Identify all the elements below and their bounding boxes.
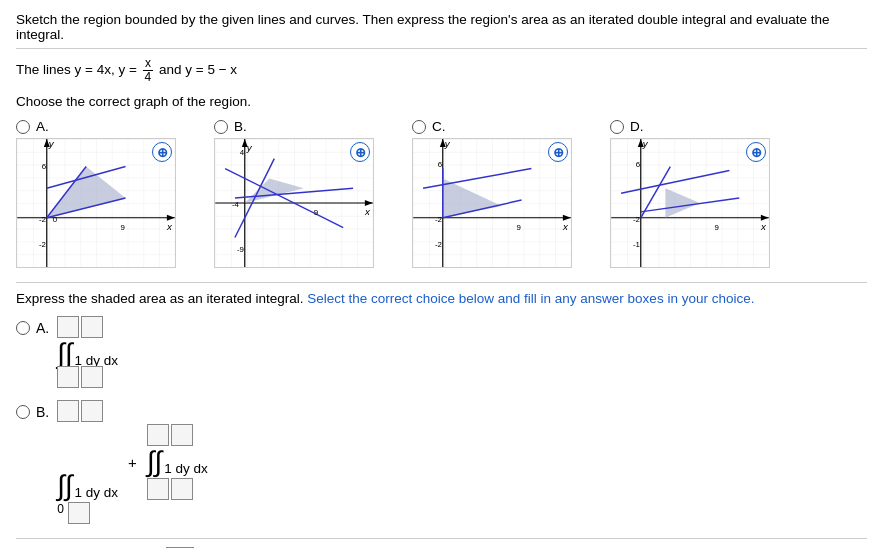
fraction-x4: x 4 [143, 57, 154, 84]
integral-b1-expr: ∫ ∫ 1 dy dx [57, 472, 118, 500]
integral-a-lower-1[interactable] [57, 366, 79, 388]
graph-d-text: D. [630, 119, 644, 134]
graph-a-box: ⊕ y x -2 0 [16, 138, 176, 268]
integral-option-b-row: B. ∫ ∫ 1 dy dx + [16, 400, 867, 524]
plus-sign: + [128, 454, 137, 471]
svg-text:4: 4 [240, 148, 245, 157]
svg-text:9: 9 [715, 223, 719, 232]
graph-d-label[interactable]: D. [610, 119, 644, 134]
radio-integral-a[interactable] [16, 321, 30, 335]
integral-a-expr: ∫ ∫ 1 dy dx [57, 340, 118, 368]
integral-a-label[interactable]: A. [16, 320, 49, 336]
svg-text:-9: -9 [237, 246, 244, 255]
radio-d[interactable] [610, 120, 624, 134]
integral-b1-integrand: 1 dy dx [75, 485, 119, 500]
choose-graph-label: Choose the correct graph of the region. [16, 94, 867, 109]
svg-text:-1: -1 [633, 241, 640, 250]
integral-a-upper-1[interactable] [57, 316, 79, 338]
radio-integral-b[interactable] [16, 405, 30, 419]
question-text: Sketch the region bounded by the given l… [16, 12, 830, 42]
integral-b-label[interactable]: B. [16, 404, 49, 420]
integral-b2-upper-2[interactable] [171, 424, 193, 446]
graph-b-box: ⊕ y x 4 9 [214, 138, 374, 268]
svg-text:-2: -2 [435, 215, 442, 224]
graph-c-box: ⊕ y x 6 9 [412, 138, 572, 268]
integral-b2-lower-1[interactable] [147, 478, 169, 500]
integral-sign-a1: ∫ [57, 340, 65, 368]
radio-a[interactable] [16, 120, 30, 134]
integral-b1-upper-2[interactable] [81, 400, 103, 422]
radio-c[interactable] [412, 120, 426, 134]
radio-b[interactable] [214, 120, 228, 134]
svg-text:9: 9 [314, 208, 318, 217]
integral-sign-a2: ∫ [65, 340, 73, 368]
graph-b-text: B. [234, 119, 247, 134]
svg-text:-2: -2 [633, 215, 640, 224]
integral-sign-b2b: ∫ [155, 448, 163, 476]
graph-option-b: B. ⊕ y x [214, 119, 394, 268]
express-section: Express the shaded area as an iterated i… [16, 282, 867, 306]
integral-b2-expr: ∫ ∫ 1 dy dx [147, 448, 208, 476]
graph-b-label[interactable]: B. [214, 119, 247, 134]
integral-b2-upper-1[interactable] [147, 424, 169, 446]
graph-option-d: D. ⊕ y x [610, 119, 790, 268]
integral-b2-lower-2[interactable] [171, 478, 193, 500]
graph-c-svg: y x 6 9 -2 -2 [413, 139, 571, 267]
integral-options: A. ∫ ∫ 1 dy dx B. [16, 316, 867, 524]
integral-b1-lower-2[interactable] [68, 502, 90, 524]
graph-c-text: C. [432, 119, 446, 134]
graphs-row: A. ⊕ y x - [16, 119, 867, 268]
svg-text:9: 9 [121, 223, 125, 232]
integral-b1-upper-1[interactable] [57, 400, 79, 422]
svg-text:-2: -2 [435, 241, 442, 250]
integral-a-lower-2[interactable] [81, 366, 103, 388]
integral-sign-b2a: ∫ [147, 448, 155, 476]
graph-a-svg: y x -2 0 6 9 -2 [17, 139, 175, 267]
svg-text:6: 6 [42, 162, 47, 171]
integral-option-a-row: A. ∫ ∫ 1 dy dx [16, 316, 867, 388]
graph-d-svg: y x 6 9 -2 -1 [611, 139, 769, 267]
svg-text:-4: -4 [232, 200, 240, 209]
answer-area: The area of the region is . [16, 538, 867, 548]
main-question: Sketch the region bounded by the given l… [16, 12, 867, 49]
graph-a-text: A. [36, 119, 49, 134]
graph-b-svg: y x 4 9 -9 -4 [215, 139, 373, 267]
svg-text:-2: -2 [39, 241, 46, 250]
svg-text:6: 6 [636, 160, 641, 169]
graph-a-label[interactable]: A. [16, 119, 49, 134]
svg-text:9: 9 [517, 223, 521, 232]
integral-sign-b1a: ∫ [57, 472, 65, 500]
graph-option-a: A. ⊕ y x - [16, 119, 196, 268]
lines-desc: The lines y = 4x, y = x 4 and y = 5 − x [16, 57, 867, 84]
svg-text:6: 6 [438, 160, 443, 169]
integral-b2-integrand: 1 dy dx [164, 461, 208, 476]
integral-a-upper-2[interactable] [81, 316, 103, 338]
graph-c-label[interactable]: C. [412, 119, 446, 134]
express-blue-text: Select the correct choice below and fill… [307, 291, 754, 306]
graph-d-box: ⊕ y x 6 9 [610, 138, 770, 268]
graph-option-c: C. ⊕ y x [412, 119, 592, 268]
integral-sign-b1b: ∫ [65, 472, 73, 500]
integral-b-text: B. [36, 404, 49, 420]
svg-text:-2: -2 [39, 215, 46, 224]
integral-a-text: A. [36, 320, 49, 336]
zero-label: 0 [57, 502, 64, 516]
